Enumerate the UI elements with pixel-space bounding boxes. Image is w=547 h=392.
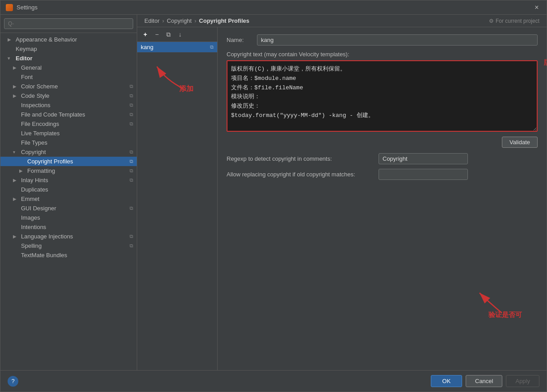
profile-list-panel: + − ⧉ ↓ kang ⧉	[137, 27, 218, 370]
copyright-textarea[interactable]: 版权所有(C)，康康小课堂，所有权利保留。 项目名：$module.name 文…	[227, 60, 538, 132]
name-input[interactable]	[257, 34, 538, 46]
sidebar-item-label: File Types	[21, 139, 47, 146]
sidebar-item-intentions[interactable]: Intentions	[0, 222, 137, 232]
copy-icon: ⧉	[130, 93, 133, 99]
sidebar-item-label: Live Templates	[21, 130, 59, 137]
copy-icon: ⧉	[130, 112, 133, 117]
sidebar-item-language-injections[interactable]: ▶ Language Injections ⧉	[0, 232, 137, 241]
chevron-icon: ▾	[13, 150, 19, 154]
sidebar-item-label: File and Code Templates	[21, 111, 85, 118]
validate-annotation-label: 验证是否可	[488, 311, 522, 319]
profile-item-name: kang	[141, 44, 153, 50]
chevron-icon: ▶	[19, 168, 25, 173]
validate-row: Validate	[227, 137, 538, 148]
sidebar-item-label: Code Style	[21, 92, 50, 99]
sidebar-item-label: Editor	[16, 55, 33, 62]
project-icon: ⚙	[489, 18, 494, 24]
regexp-row: Regexp to detect copyright in comments:	[227, 153, 538, 164]
toolbar: + − ⧉ ↓	[137, 27, 217, 42]
copyright-text-label: Copyright text (may contain Velocity tem…	[227, 51, 538, 58]
sidebar-item-copyright-profiles[interactable]: Copyright Profiles ⧉	[0, 157, 137, 166]
sidebar-item-inlay-hints[interactable]: ▶ Inlay Hints ⧉	[0, 175, 137, 185]
chevron-icon: ▶	[13, 65, 19, 70]
sidebar-item-formatting[interactable]: ▶ Formatting ⧉	[0, 166, 137, 175]
breadcrumb-bar: Editor › Copyright › Copyright Profiles …	[137, 15, 547, 27]
help-button[interactable]: ?	[8, 376, 18, 387]
sidebar-item-label: File Encodings	[21, 121, 59, 127]
sidebar-item-file-types[interactable]: File Types	[0, 138, 137, 147]
sidebar-item-duplicates[interactable]: Duplicates	[0, 185, 137, 194]
sidebar-item-emmet[interactable]: ▶ Emmet	[0, 194, 137, 204]
sidebar-item-label: General	[21, 64, 42, 71]
apply-button[interactable]: Apply	[506, 375, 539, 387]
sidebar-item-label: Copyright Profiles	[27, 158, 73, 165]
sidebar-item-images[interactable]: Images	[0, 213, 137, 222]
sidebar-item-file-encodings[interactable]: File Encodings ⧉	[0, 119, 137, 129]
copy-icon: ⧉	[130, 102, 133, 108]
sidebar-item-label: TextMate Bundles	[21, 252, 67, 259]
validate-annotation-arrow	[475, 288, 520, 315]
copy-icon: ⧉	[130, 121, 133, 127]
sidebar-item-label: Font	[21, 74, 33, 80]
copy-icon: ⧉	[130, 234, 133, 239]
for-project-label: For current project	[496, 18, 539, 24]
chevron-icon: ▶	[8, 37, 14, 42]
sidebar-item-label: Duplicates	[21, 186, 48, 193]
copy-profile-button[interactable]: ⧉	[163, 29, 174, 40]
sidebar-item-textmate-bundles[interactable]: TextMate Bundles	[0, 250, 137, 260]
sidebar-item-inspections[interactable]: Inspections ⧉	[0, 100, 137, 110]
sidebar-item-spelling[interactable]: Spelling ⧉	[0, 241, 137, 250]
sidebar-item-label: Language Injections	[21, 233, 73, 240]
sidebar-item-file-code-templates[interactable]: File and Code Templates ⧉	[0, 110, 137, 119]
search-input[interactable]	[4, 18, 133, 29]
close-button[interactable]: ×	[532, 3, 541, 12]
copy-icon: ⧉	[130, 168, 133, 174]
sidebar-item-label: GUI Designer	[21, 205, 56, 212]
remove-profile-button[interactable]: −	[151, 29, 162, 40]
title-bar: Settings ×	[0, 0, 547, 15]
move-profile-button[interactable]: ↓	[175, 29, 185, 40]
regexp-input[interactable]	[379, 153, 468, 164]
cancel-button[interactable]: Cancel	[466, 375, 502, 387]
sidebar-item-appearance[interactable]: ▶ Appearance & Behavior	[0, 35, 137, 44]
sidebar-item-label: Images	[21, 214, 40, 221]
allow-input[interactable]	[379, 169, 468, 180]
search-box	[0, 15, 137, 33]
sidebar-item-gui-designer[interactable]: GUI Designer ⧉	[0, 204, 137, 213]
validate-button[interactable]: Validate	[502, 137, 538, 148]
copy-icon: ⧉	[130, 243, 133, 249]
sidebar-item-label: Intentions	[21, 224, 46, 230]
breadcrumb: Editor › Copyright › Copyright Profiles	[144, 17, 249, 24]
sidebar-item-label: Keymap	[16, 46, 37, 52]
dialog-footer: ? OK Cancel Apply	[0, 370, 547, 392]
allow-row: Allow replacing copyright if old copyrig…	[227, 169, 538, 180]
sidebar-item-live-templates[interactable]: Live Templates	[0, 129, 137, 138]
sidebar-item-color-scheme[interactable]: ▶ Color Scheme ⧉	[0, 82, 137, 91]
sidebar-item-copyright[interactable]: ▾ Copyright ⧉	[0, 147, 137, 157]
sidebar-item-label: Color Scheme	[21, 83, 58, 90]
sidebar-item-label: Emmet	[21, 196, 39, 202]
ok-button[interactable]: OK	[431, 375, 462, 387]
for-project-link[interactable]: ⚙ For current project	[489, 18, 539, 24]
add-profile-button[interactable]: +	[140, 29, 151, 40]
sidebar-item-code-style[interactable]: ▶ Code Style ⧉	[0, 91, 137, 100]
regexp-label: Regexp to detect copyright in comments:	[227, 155, 379, 162]
sidebar-item-keymap[interactable]: Keymap	[0, 44, 137, 54]
breadcrumb-copyright: Copyright	[167, 17, 192, 24]
sidebar-item-label: Inlay Hints	[21, 177, 48, 183]
main-panel: Editor › Copyright › Copyright Profiles …	[137, 15, 547, 370]
allow-label: Allow replacing copyright if old copyrig…	[227, 171, 379, 178]
detail-panel: Name: Copyright text (may contain Veloci…	[218, 27, 547, 370]
content-area: ▶ Appearance & Behavior Keymap ▾ Editor …	[0, 15, 547, 370]
copy-icon: ⧉	[130, 149, 133, 155]
sidebar-item-editor[interactable]: ▾ Editor	[0, 54, 137, 63]
content-annotation-label: 版权提示内容	[544, 58, 547, 67]
copy-icon: ⧉	[130, 205, 133, 211]
profile-item[interactable]: kang ⧉	[137, 42, 217, 53]
sidebar-item-font[interactable]: Font	[0, 72, 137, 82]
profile-items: kang ⧉	[137, 42, 217, 370]
chevron-icon: ▶	[13, 234, 19, 239]
sidebar-item-general[interactable]: ▶ General	[0, 63, 137, 72]
copy-icon: ⧉	[130, 177, 133, 183]
name-label: Name:	[227, 37, 253, 43]
